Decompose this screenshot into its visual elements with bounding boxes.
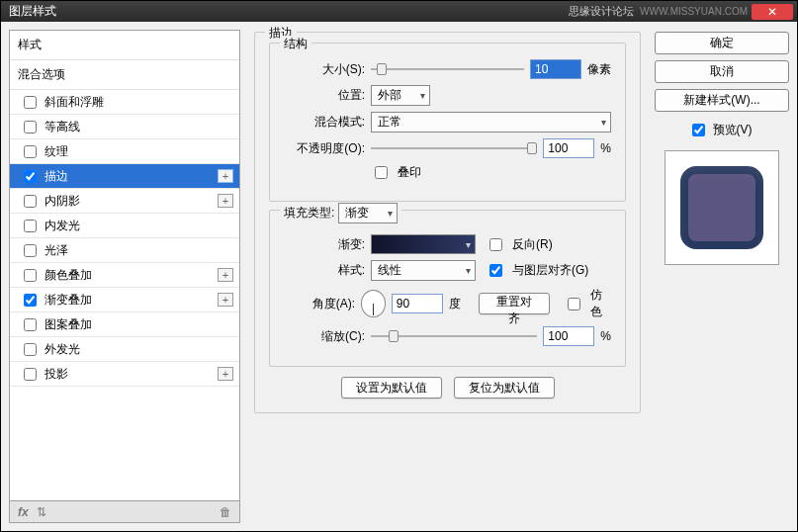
align-checkbox[interactable] [489, 264, 502, 277]
grad-style-select[interactable]: 线性 [371, 260, 476, 281]
reverse-checkbox[interactable] [489, 238, 502, 251]
style-row-10[interactable]: 外发光 [10, 337, 239, 362]
opacity-unit: % [600, 141, 611, 155]
style-row-3[interactable]: 描边+ [10, 164, 239, 189]
action-panel: 确定 取消 新建样式(W)... 预览(V) [655, 30, 789, 523]
preview-label: 预览(V) [713, 122, 753, 138]
opacity-input[interactable] [543, 138, 594, 158]
styles-footer: fx ⇅ 🗑 [9, 501, 240, 523]
fx-icon[interactable]: fx [18, 505, 29, 519]
position-select[interactable]: 外部 [371, 85, 430, 106]
structure-legend: 结构 [280, 36, 311, 52]
add-effect-icon[interactable]: + [218, 169, 233, 183]
style-label: 颜色叠加 [44, 267, 218, 284]
style-row-6[interactable]: 光泽 [10, 238, 239, 263]
style-row-0[interactable]: 斜面和浮雕 [10, 90, 239, 115]
reset-align-button[interactable]: 重置对齐 [479, 293, 550, 314]
style-checkbox[interactable] [24, 269, 37, 282]
trash-icon[interactable]: 🗑 [220, 505, 231, 519]
fill-type-select[interactable]: 渐变 [338, 203, 398, 223]
fill-type-label: 填充类型: [284, 205, 334, 222]
add-effect-icon[interactable]: + [218, 293, 233, 307]
style-row-8[interactable]: 渐变叠加+ [10, 288, 239, 312]
style-row-9[interactable]: 图案叠加 [10, 312, 239, 337]
style-checkbox[interactable] [24, 121, 37, 133]
angle-dial[interactable] [361, 290, 386, 317]
style-label: 渐变叠加 [44, 292, 218, 309]
size-label: 大小(S): [284, 61, 365, 78]
style-label: 内阴影 [44, 193, 218, 210]
gradient-label: 渐变: [284, 236, 365, 253]
style-checkbox[interactable] [24, 220, 37, 232]
style-checkbox[interactable] [24, 318, 37, 331]
chevron-up-down-icon[interactable]: ⇅ [37, 505, 46, 519]
style-row-7[interactable]: 颜色叠加+ [10, 263, 239, 288]
fill-group: 填充类型: 渐变 渐变: 反向(R) 样式: 线性 与图层对齐(G) [269, 210, 626, 367]
scale-input[interactable] [543, 326, 594, 346]
style-row-11[interactable]: 投影+ [10, 362, 239, 387]
new-style-button[interactable]: 新建样式(W)... [655, 89, 789, 112]
scale-slider[interactable] [371, 330, 537, 342]
angle-input[interactable] [392, 294, 443, 313]
set-default-button[interactable]: 设置为默认值 [341, 377, 442, 399]
close-button[interactable]: ✕ [752, 4, 793, 20]
style-row-5[interactable]: 内发光 [10, 214, 239, 238]
style-checkbox[interactable] [24, 195, 37, 208]
dither-checkbox[interactable] [568, 298, 580, 310]
position-label: 位置: [284, 87, 365, 104]
style-row-1[interactable]: 等高线 [10, 115, 239, 139]
overprint-checkbox[interactable] [375, 166, 388, 179]
add-effect-icon[interactable]: + [218, 268, 233, 282]
ok-button[interactable]: 确定 [655, 32, 789, 54]
scale-label: 缩放(C): [284, 328, 365, 345]
settings-panel: 描边 结构 大小(S): 像素 位置: 外部 混合模式: [248, 30, 647, 523]
size-slider[interactable] [371, 63, 524, 75]
style-label: 外发光 [44, 341, 233, 358]
scale-unit: % [600, 329, 611, 343]
overprint-label: 叠印 [398, 164, 421, 181]
style-label: 描边 [44, 168, 218, 185]
titlebar: 图层样式 思缘设计论坛 WWW.MISSYUAN.COM ✕ [1, 1, 797, 22]
style-label: 光泽 [44, 242, 233, 259]
gradient-picker[interactable] [371, 234, 476, 254]
style-checkbox[interactable] [24, 170, 37, 183]
blend-mode-select[interactable]: 正常 [371, 112, 611, 133]
opacity-slider[interactable] [371, 142, 537, 154]
style-checkbox[interactable] [24, 294, 37, 307]
add-effect-icon[interactable]: + [218, 367, 233, 381]
reverse-label: 反向(R) [512, 236, 553, 253]
style-checkbox[interactable] [24, 96, 37, 109]
style-label: 纹理 [44, 143, 233, 160]
grad-style-label: 样式: [284, 262, 365, 279]
cancel-button[interactable]: 取消 [655, 60, 789, 83]
style-checkbox[interactable] [24, 244, 37, 257]
reset-default-button[interactable]: 复位为默认值 [454, 377, 555, 399]
styles-header[interactable]: 样式 [10, 31, 239, 60]
size-input[interactable] [530, 59, 581, 79]
angle-label: 角度(A): [284, 296, 355, 312]
size-unit: 像素 [587, 61, 611, 78]
style-checkbox[interactable] [24, 368, 37, 381]
layer-style-dialog: 图层样式 思缘设计论坛 WWW.MISSYUAN.COM ✕ 样式 混合选项 斜… [0, 0, 798, 532]
style-label: 内发光 [44, 218, 233, 234]
style-row-2[interactable]: 纹理 [10, 139, 239, 164]
dither-label: 仿色 [590, 287, 611, 320]
style-row-4[interactable]: 内阴影+ [10, 189, 239, 214]
style-label: 投影 [44, 366, 218, 383]
angle-unit: 度 [449, 296, 461, 312]
style-checkbox[interactable] [24, 145, 37, 158]
window-title: 图层样式 [5, 3, 569, 20]
style-checkbox[interactable] [24, 343, 37, 356]
style-label: 斜面和浮雕 [44, 94, 233, 111]
brand-text: 思缘设计论坛 [569, 4, 634, 19]
blend-mode-label: 混合模式: [284, 114, 365, 131]
structure-group: 结构 大小(S): 像素 位置: 外部 混合模式: 正常 [269, 43, 626, 202]
style-label: 图案叠加 [44, 316, 233, 333]
opacity-label: 不透明度(O): [284, 140, 365, 157]
preview-swatch [680, 166, 763, 249]
add-effect-icon[interactable]: + [218, 194, 233, 208]
preview-checkbox[interactable] [692, 124, 705, 136]
preview-box [665, 150, 779, 265]
blending-options[interactable]: 混合选项 [10, 60, 239, 90]
watermark: WWW.MISSYUAN.COM [640, 6, 748, 17]
